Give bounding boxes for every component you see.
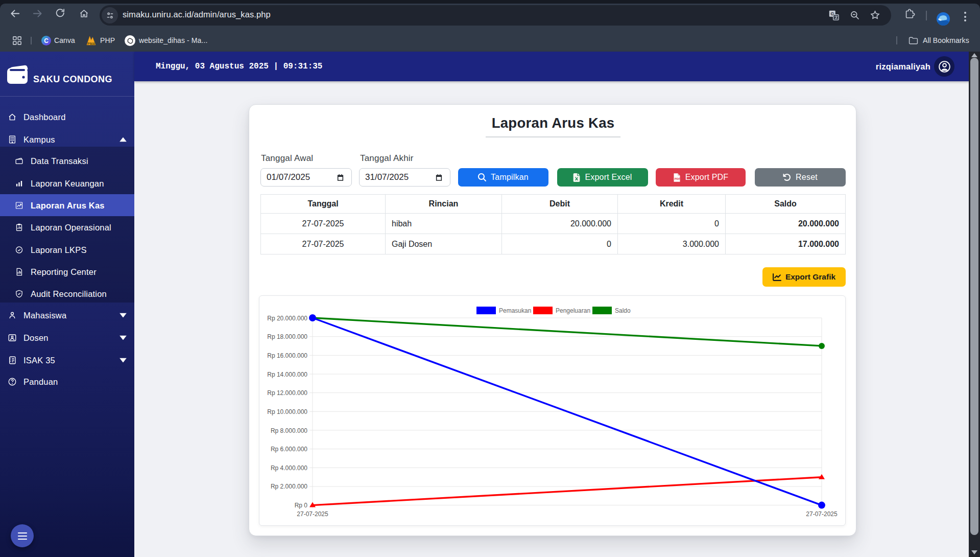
svg-text:Rp 8.000.000: Rp 8.000.000 (271, 427, 307, 434)
svg-text:Saldo: Saldo (615, 307, 631, 314)
svg-text:Rp 10.000.000: Rp 10.000.000 (267, 408, 307, 415)
svg-text:Pengeluaran: Pengeluaran (556, 307, 590, 314)
svg-text:Rp 6.000.000: Rp 6.000.000 (271, 446, 307, 453)
svg-text:Rp 20.000.000: Rp 20.000.000 (267, 315, 307, 322)
svg-text:Rp 0: Rp 0 (295, 502, 308, 509)
svg-text:PDF: PDF (674, 177, 680, 180)
svg-text:PMA: PMA (87, 42, 95, 45)
svg-text:27-07-2025: 27-07-2025 (297, 510, 328, 518)
svg-text:27-07-2025: 27-07-2025 (806, 510, 838, 518)
svg-text:Rp 16.000.000: Rp 16.000.000 (267, 352, 307, 359)
svg-text:Rp 4.000.000: Rp 4.000.000 (271, 465, 307, 472)
svg-text:Rp 12.000.000: Rp 12.000.000 (267, 389, 307, 397)
svg-text:Pemasukan: Pemasukan (499, 307, 531, 314)
svg-text:Rp 18.000.000: Rp 18.000.000 (267, 333, 307, 340)
svg-text:Rp 2.000.000: Rp 2.000.000 (271, 483, 307, 490)
svg-text:Rp 14.000.000: Rp 14.000.000 (267, 371, 307, 378)
